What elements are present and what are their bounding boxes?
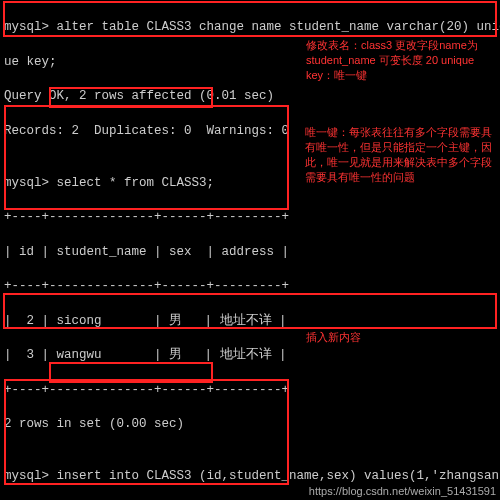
sql-line: mysql> alter table CLASS3 change name st… [4, 19, 496, 36]
watermark-text: https://blog.csdn.net/weixin_51431591 [309, 484, 496, 499]
annotation-text: 修改表名：class3 更改字段name为 student_name 可变长度 … [306, 38, 486, 83]
table-border: +----+--------------+------+---------+ [4, 278, 496, 295]
annotation-text: 插入新内容 [306, 330, 426, 345]
result-line: Query OK, 2 rows affected (0.01 sec) [4, 88, 496, 105]
annotation-text: 唯一键：每张表往往有多个字段需要具有唯一性，但是只能指定一个主键，因此，唯一见就… [305, 125, 495, 184]
table-header: | id | student_name | sex | address | [4, 244, 496, 261]
result-line: 2 rows in set (0.00 sec) [4, 416, 496, 433]
table-row: | 2 | sicong | 男 | 地址不详 | [4, 313, 496, 330]
table-border: +----+--------------+------+---------+ [4, 382, 496, 399]
sql-line: mysql> insert into CLASS3 (id,student_na… [4, 468, 496, 485]
table-border: +----+--------------+------+---------+ [4, 209, 496, 226]
table-row: | 3 | wangwu | 男 | 地址不详 | [4, 347, 496, 364]
